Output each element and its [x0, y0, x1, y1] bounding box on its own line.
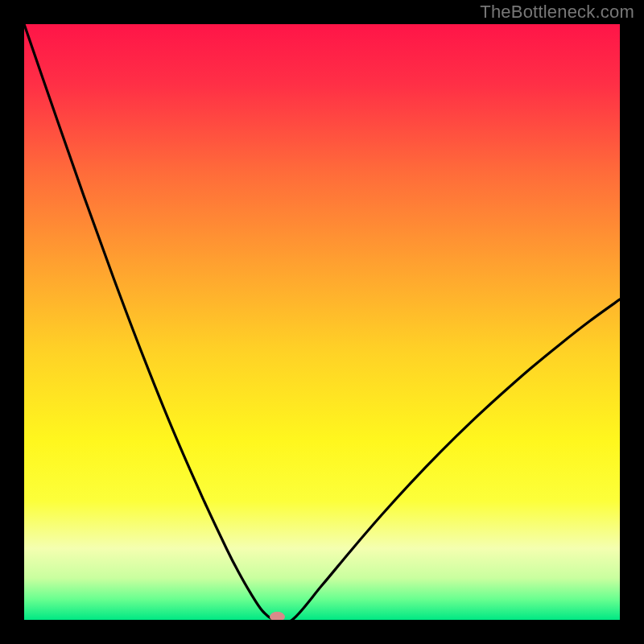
optimal-point-marker — [270, 612, 285, 620]
watermark-text: TheBottleneck.com — [480, 2, 634, 23]
chart-frame: TheBottleneck.com — [0, 0, 644, 644]
plot-area — [24, 24, 620, 620]
gradient-background — [24, 24, 620, 620]
chart-svg — [24, 24, 620, 620]
